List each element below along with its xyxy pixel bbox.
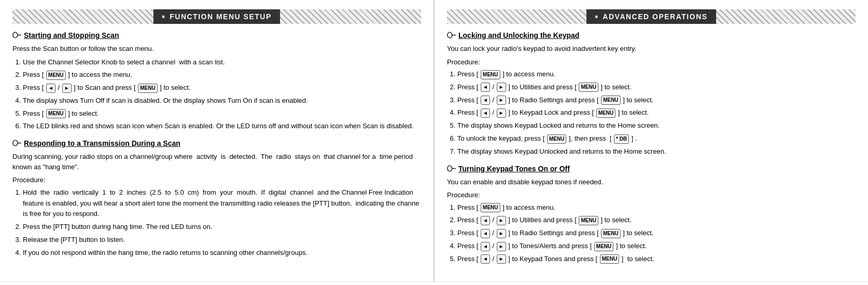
left-key: ◄: [481, 83, 490, 92]
left-key2: ◄: [481, 96, 490, 105]
right-key2: ►: [497, 96, 506, 105]
list-item: Hold the radio vertically 1 to 2 inches …: [23, 187, 421, 220]
list-item: Use the Channel Selector Knob to select …: [23, 57, 421, 68]
list-item: Press [ MENU ] to select.: [23, 108, 421, 119]
section3-intro: You can lock your radio's keypad to avoi…: [447, 44, 856, 54]
menu-key4: MENU: [596, 108, 615, 118]
list-item: Press [ ◄ / ► ] to Keypad Tones and pres…: [457, 254, 856, 265]
menu-key: MENU: [481, 70, 500, 79]
section-locking: Locking and Unlocking the Keypad You can…: [447, 31, 856, 157]
list-item: Press [ ◄ / ► ] to Radio Settings and pr…: [457, 228, 856, 239]
left-key: ◄: [46, 84, 55, 93]
left-key4: ◄: [481, 254, 490, 264]
list-item: If you do not respond within the hang ti…: [23, 248, 421, 259]
section4-procedure-label: Procedure:: [447, 190, 856, 200]
section2-intro: During scanning, your radio stops on a c…: [12, 152, 421, 172]
section-responding: Responding to a Transmission During a Sc…: [12, 139, 421, 258]
menu-key: MENU: [481, 203, 500, 212]
section4-steps: Press [ MENU ] to access menu. Press [ ◄…: [457, 202, 856, 265]
section-starting-scan: Starting and Stopping Scan Press the Sca…: [12, 31, 421, 132]
list-item: The display shows Keypad Unlocked and re…: [457, 146, 856, 157]
menu-key3: MENU: [46, 109, 65, 118]
right-key: ►: [497, 83, 506, 92]
list-item: The display shows Turn Off if scan is di…: [23, 96, 421, 106]
list-item: Press [ MENU ] to access menu.: [457, 69, 856, 80]
section-keypad-tones: Turning Keypad Tones On or Off You can e…: [447, 165, 856, 265]
section4-title: Turning Keypad Tones On or Off: [447, 165, 856, 173]
section3-procedure-label: Procedure:: [447, 57, 856, 67]
menu-key2: MENU: [579, 83, 598, 92]
list-item: Press the [PTT] button during hang time.…: [23, 222, 421, 233]
right-key2: ►: [497, 229, 506, 238]
list-item: Release the [PTT] button to listen.: [23, 235, 421, 246]
left-column: FUNCTION MENU SETUP Starting and Stoppin…: [0, 0, 433, 281]
menu-key2: MENU: [138, 84, 157, 93]
right-key: ►: [497, 216, 506, 225]
section2-procedure-label: Procedure:: [12, 175, 421, 185]
list-item: Press [ ◄ / ► ] to Scan and press [ MENU…: [23, 83, 421, 93]
list-item: To unlock the keypad, press [ MENU ], th…: [457, 133, 856, 144]
list-item: Press [ MENU ] to access the menu.: [23, 70, 421, 80]
right-section-header: ADVANCED OPERATIONS: [447, 9, 856, 24]
section1-steps: Use the Channel Selector Knob to select …: [23, 57, 421, 132]
menu-key: MENU: [46, 71, 65, 80]
right-header-title: ADVANCED OPERATIONS: [586, 9, 716, 24]
left-key3: ◄: [481, 242, 490, 251]
menu-key5: MENU: [547, 134, 566, 144]
list-item: Press [ ◄ / ► ] to Utilities and press […: [457, 82, 856, 93]
list-item: Press [ ◄ / ► ] to Radio Settings and pr…: [457, 95, 856, 106]
list-item: Press [ MENU ] to access menu.: [457, 202, 856, 213]
list-item: Press [ ◄ / ► ] to Keypad Lock and press…: [457, 107, 856, 118]
list-item: Press [ ◄ / ► ] to Tones/Alerts and pres…: [457, 241, 856, 252]
right-key4: ►: [497, 254, 506, 264]
menu-key3: MENU: [601, 229, 620, 238]
section1-intro: Press the Scan button or follow the scan…: [12, 44, 421, 54]
right-key: ►: [62, 84, 72, 93]
left-key: ◄: [481, 216, 490, 225]
star-db-key: * DB: [614, 134, 629, 144]
menu-key5: MENU: [600, 254, 619, 264]
menu-key2: MENU: [579, 216, 598, 225]
section3-title: Locking and Unlocking the Keypad: [447, 31, 856, 39]
left-key2: ◄: [481, 229, 490, 238]
right-column: ADVANCED OPERATIONS Locking and Unlockin…: [435, 0, 868, 281]
list-item: The display shows Keypad Locked and retu…: [457, 120, 856, 131]
page-footer: 42 43: [0, 281, 868, 285]
right-key3: ►: [497, 108, 506, 118]
menu-key4: MENU: [594, 242, 613, 251]
right-key3: ►: [497, 242, 506, 251]
section2-title: Responding to a Transmission During a Sc…: [12, 139, 421, 147]
list-item: Press [ ◄ / ► ] to Utilities and press […: [457, 215, 856, 226]
menu-key3: MENU: [601, 96, 620, 105]
left-key3: ◄: [481, 108, 490, 118]
left-header-title: FUNCTION MENU SETUP: [153, 9, 279, 24]
section1-title: Starting and Stopping Scan: [12, 31, 421, 39]
section3-steps: Press [ MENU ] to access menu. Press [ ◄…: [457, 69, 856, 157]
section2-steps: Hold the radio vertically 1 to 2 inches …: [23, 187, 421, 259]
left-section-header: FUNCTION MENU SETUP: [12, 9, 421, 24]
list-item: The LED blinks red and shows scan icon w…: [23, 121, 421, 132]
section4-intro: You can enable and disable keypad tones …: [447, 177, 856, 187]
